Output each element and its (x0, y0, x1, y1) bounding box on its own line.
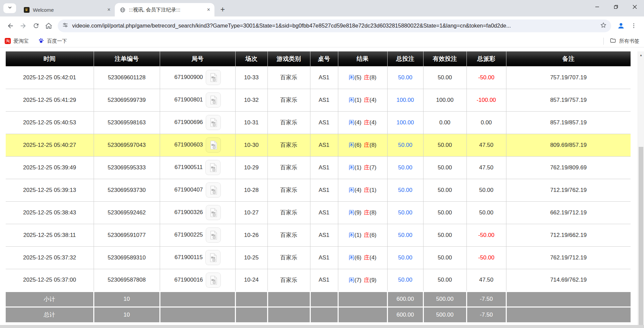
table-row[interactable]: 2025-12-25 05:38:43 523069592462 6719003… (6, 201, 631, 224)
total-bet-link[interactable]: 50.00 (398, 277, 412, 283)
total-count: 10 (94, 307, 160, 322)
new-tab-button[interactable]: + (217, 4, 228, 15)
cell-total-bet: 50.00 (387, 156, 423, 179)
cell-round: 671900016 (160, 269, 235, 291)
table-row[interactable]: 2025-12-25 05:37:00 523069587808 6719000… (6, 269, 631, 291)
cell-payout: -50.00 (466, 246, 506, 269)
table-row[interactable]: 2025-12-25 05:40:27 523069597043 6719006… (6, 134, 631, 156)
cell-valid-bet: 0.00 (423, 111, 466, 134)
total-empty-cell (310, 307, 338, 322)
tab-betrecord[interactable]: :::视讯, 会员下注纪录::: × (115, 3, 214, 16)
forward-button[interactable] (17, 19, 30, 32)
cell-bet-id: 523069593730 (94, 179, 160, 201)
video-replay-icon-button[interactable] (206, 273, 221, 288)
total-bet-link[interactable]: 50.00 (398, 164, 412, 171)
total-bet-link[interactable]: 50.00 (398, 232, 412, 238)
header-valid-bet: 有效投注 (423, 51, 466, 66)
total-bet-link[interactable]: 50.00 (398, 187, 412, 193)
scrollbar-thumb[interactable] (639, 147, 643, 328)
header-total-bet: 总投注 (387, 51, 423, 66)
subtotal-row: 小计 10 600.00 500.00 -7.50 (6, 291, 631, 307)
reload-button[interactable] (30, 19, 42, 32)
cell-table-no: AS1 (310, 156, 338, 179)
vertical-scrollbar[interactable]: ▲ (638, 51, 644, 328)
cell-bet-id: 523069601128 (94, 66, 160, 89)
restore-button[interactable] (606, 0, 625, 13)
table-row[interactable]: 2025-12-25 05:41:29 523069599739 6719008… (6, 89, 631, 111)
cell-remark: 857.19/857.19 (506, 111, 631, 134)
close-window-button[interactable] (625, 0, 644, 13)
banker-label: 庄 (364, 187, 369, 193)
video-replay-icon-button[interactable] (206, 228, 221, 243)
home-button[interactable] (42, 19, 55, 32)
cell-total-bet: 50.00 (387, 66, 423, 89)
table-row[interactable]: 2025-12-25 05:39:49 523069595333 6719005… (6, 156, 631, 179)
cell-payout: -50.00 (466, 224, 506, 246)
banker-label: 庄 (364, 232, 369, 238)
cell-time: 2025-12-25 05:38:11 (6, 224, 94, 246)
tab-title: Welcome (33, 7, 104, 13)
cell-time: 2025-12-25 05:38:43 (6, 201, 94, 224)
cell-remark: 762.19/712.19 (506, 246, 631, 269)
total-bet-link[interactable]: 100.00 (397, 119, 414, 126)
total-bet-link[interactable]: 50.00 (398, 142, 412, 148)
cell-round: 671900407 (160, 179, 235, 201)
bookmark-star-icon[interactable] (600, 22, 607, 30)
subtotal-valid-bet: 500.00 (423, 291, 466, 307)
table-row[interactable]: 2025-12-25 05:40:53 523069598163 6719006… (6, 111, 631, 134)
video-replay-icon-button[interactable] (206, 92, 221, 108)
cell-result: 闲(1)庄(6) (338, 224, 387, 246)
menu-dots-icon[interactable] (627, 19, 640, 32)
table-row[interactable]: 2025-12-25 05:38:11 523069591077 6719002… (6, 224, 631, 246)
back-button[interactable] (4, 19, 17, 32)
cell-session: 10-24 (235, 269, 267, 291)
cell-payout: 50.00 (466, 201, 506, 224)
cell-game-type: 百家乐 (267, 224, 310, 246)
video-replay-icon-button[interactable] (205, 250, 220, 265)
subtotal-empty-cell (267, 291, 310, 307)
tab-welcome[interactable]: ♛ Welcome × (19, 3, 115, 16)
cell-bet-id: 523069599739 (94, 89, 160, 111)
cell-bet-id: 523069587808 (94, 269, 160, 291)
video-replay-icon-button[interactable] (206, 115, 221, 130)
cell-result: 闲(5)庄(8) (338, 66, 387, 89)
total-row: 总计 10 600.00 500.00 -7.50 (6, 307, 631, 322)
cell-round: 671900801 (160, 89, 235, 111)
bookmark-baidu[interactable]: 百度一下 (38, 37, 67, 45)
player-label: 闲 (349, 119, 354, 126)
cell-round: 671900115 (160, 246, 235, 269)
video-replay-icon-button[interactable] (205, 160, 220, 175)
tab-search-button[interactable] (3, 3, 16, 13)
cell-valid-bet: 50.00 (423, 224, 466, 246)
player-label: 闲 (349, 164, 354, 171)
table-row[interactable]: 2025-12-25 05:42:01 523069601128 6719009… (6, 66, 631, 89)
site-info-icon[interactable] (62, 22, 68, 30)
cell-game-type: 百家乐 (267, 269, 310, 291)
total-bet-link[interactable]: 50.00 (398, 254, 412, 261)
total-bet-link[interactable]: 50.00 (398, 74, 412, 81)
video-replay-icon-button[interactable] (206, 182, 221, 198)
profile-avatar-icon[interactable] (614, 19, 627, 32)
total-bet-link[interactable]: 50.00 (398, 209, 412, 216)
close-tab-icon[interactable]: × (106, 7, 112, 13)
total-bet-link[interactable]: 100.00 (397, 97, 414, 103)
cell-session: 10-25 (235, 246, 267, 269)
close-tab-icon[interactable]: × (205, 7, 212, 13)
video-replay-icon-button[interactable] (206, 205, 221, 220)
cell-total-bet: 100.00 (387, 111, 423, 134)
header-time: 时间 (6, 51, 94, 66)
bookmark-aitaobao[interactable]: 淘 爱淘宝 (5, 38, 29, 44)
scroll-up-arrow-icon[interactable]: ▲ (638, 51, 644, 59)
cell-payout: -100.00 (466, 89, 506, 111)
cell-table-no: AS1 (310, 246, 338, 269)
subtotal-empty-cell (310, 291, 338, 307)
video-replay-icon-button[interactable] (206, 137, 221, 153)
bet-record-table: 时间 注单编号 局号 场次 游戏类别 桌号 结果 总投注 有效投注 总派彩 备注… (6, 51, 631, 322)
video-replay-icon-button[interactable] (206, 70, 221, 85)
all-bookmarks-button[interactable]: 所有书签 (619, 38, 639, 44)
table-row[interactable]: 2025-12-25 05:39:13 523069593730 6719004… (6, 179, 631, 201)
minimize-button[interactable] (588, 0, 606, 13)
table-row[interactable]: 2025-12-25 05:37:32 523069589310 6719001… (6, 246, 631, 269)
address-bar[interactable]: videoie.com/ipl/portal.php/game/betrecor… (58, 19, 611, 32)
total-empty-cell (506, 307, 631, 322)
